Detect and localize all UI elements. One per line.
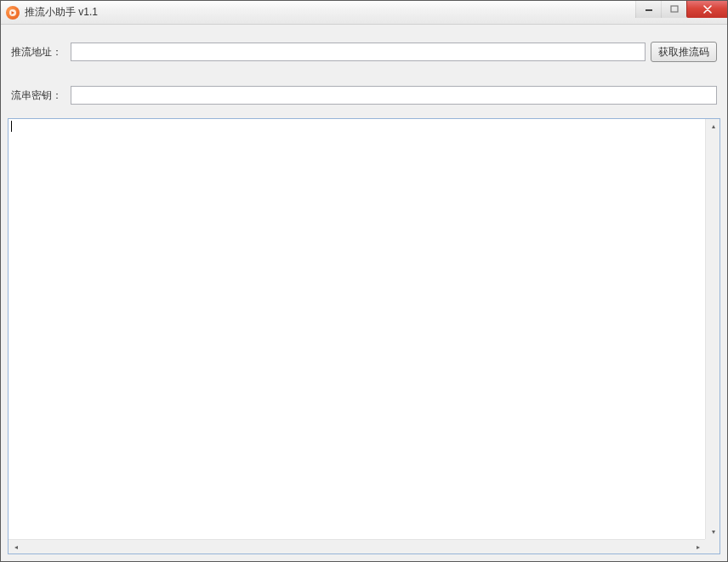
scroll-down-icon: ▾ xyxy=(706,525,720,539)
stream-url-input[interactable] xyxy=(71,43,646,61)
log-textarea[interactable] xyxy=(9,119,705,539)
close-button[interactable] xyxy=(686,1,727,18)
scroll-left-icon: ◂ xyxy=(9,540,23,554)
stream-key-row: 流串密钥： xyxy=(11,86,717,105)
stream-key-input[interactable] xyxy=(71,86,717,105)
stream-url-row: 推流地址： 获取推流码 xyxy=(11,42,717,62)
titlebar[interactable]: 推流小助手 v1.1 xyxy=(1,1,727,25)
app-icon xyxy=(6,6,20,20)
window-title: 推流小助手 v1.1 xyxy=(25,5,98,20)
client-area: 推流地址： 获取推流码 流串密钥： ▴ ▾ ◂ ▸ xyxy=(1,25,727,561)
log-area: ▴ ▾ ◂ ▸ xyxy=(8,118,720,554)
scroll-corner xyxy=(705,539,719,553)
stream-key-label: 流串密钥： xyxy=(11,88,71,103)
vertical-scrollbar[interactable]: ▴ ▾ xyxy=(705,119,719,539)
stream-url-label: 推流地址： xyxy=(11,45,71,60)
app-window: 推流小助手 v1.1 推流地址： 获取推流码 流串密钥： xyxy=(0,0,728,562)
minimize-button[interactable] xyxy=(635,1,661,18)
scroll-up-icon: ▴ xyxy=(706,119,720,133)
scroll-track-horizontal xyxy=(23,540,691,553)
minimize-icon xyxy=(645,5,653,14)
svg-rect-1 xyxy=(646,9,652,11)
text-cursor xyxy=(11,121,12,132)
close-icon xyxy=(702,5,713,14)
scroll-track-vertical xyxy=(706,133,719,525)
window-controls xyxy=(635,1,727,18)
horizontal-scrollbar[interactable]: ◂ ▸ xyxy=(9,539,705,553)
svg-rect-2 xyxy=(671,6,678,12)
get-stream-code-button[interactable]: 获取推流码 xyxy=(651,42,717,62)
maximize-icon xyxy=(670,5,679,14)
scroll-right-icon: ▸ xyxy=(691,540,705,554)
maximize-button[interactable] xyxy=(661,1,686,18)
